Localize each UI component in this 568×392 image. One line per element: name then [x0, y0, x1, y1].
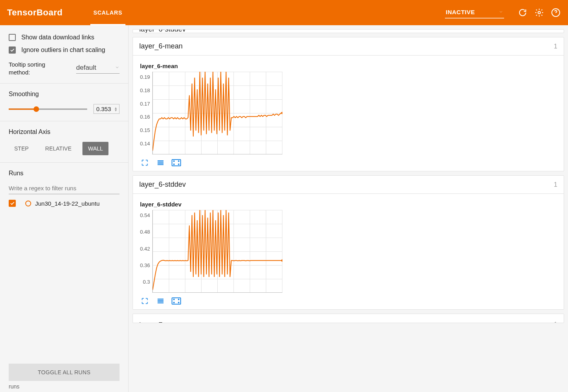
run-color-icon: [25, 201, 31, 206]
svg-point-7: [178, 164, 179, 165]
svg-rect-9: [172, 298, 181, 304]
axis-step-button[interactable]: STEP: [9, 142, 34, 155]
checkbox-checked-icon: [9, 46, 16, 54]
run-name: Jun30_14-19-22_ubuntu: [35, 200, 99, 207]
header-tabs: SCALARS: [90, 0, 125, 25]
smoothing-slider[interactable]: [9, 105, 87, 113]
chart-card-collapsed: layer_7-mean 1: [133, 314, 564, 323]
checkbox-label: Ignore outliers in chart scaling: [21, 46, 105, 54]
card-count: 1: [554, 181, 557, 188]
svg-point-13: [178, 302, 179, 303]
chart-plot[interactable]: [152, 72, 282, 154]
svg-point-11: [178, 299, 179, 300]
toggle-all-runs-button[interactable]: TOGGLE ALL RUNS: [9, 364, 120, 381]
chart-actions: [140, 297, 557, 305]
checkbox-checked-icon: [9, 200, 16, 207]
chart-subtitle: layer_6-mean: [140, 63, 557, 69]
smoothing-value: 0.353: [96, 106, 111, 112]
sidebar: Show data download links Ignore outliers…: [0, 25, 129, 392]
fit-domain-icon[interactable]: [172, 158, 181, 167]
card-prev-sliver: layer_6-stddev: [133, 29, 564, 33]
chevron-down-icon: [499, 9, 503, 15]
chart-card: layer_6-mean 1 layer_6-mean 0.190.180.17…: [133, 37, 564, 171]
tooltip-sort-select[interactable]: default: [76, 63, 120, 74]
main-content: layer_6-stddev layer_6-mean 1 layer_6-me…: [129, 25, 568, 392]
smoothing-input[interactable]: 0.353 ▴▾: [93, 104, 120, 114]
expand-icon[interactable]: [140, 297, 149, 305]
axis-toggle-group: STEP RELATIVE WALL: [9, 142, 120, 155]
chart-plot[interactable]: [152, 210, 282, 293]
log-scale-icon[interactable]: [156, 297, 165, 305]
chevron-down-icon: [115, 64, 120, 71]
checkbox-show-download[interactable]: Show data download links: [9, 34, 120, 41]
card-title: layer_6-stddev: [139, 180, 186, 189]
checkbox-icon: [9, 34, 16, 41]
axis-label: Horizontal Axis: [9, 128, 120, 136]
app-header: TensorBoard SCALARS INACTIVE: [0, 0, 568, 25]
svg-point-5: [178, 161, 179, 162]
checkbox-label: Show data download links: [21, 34, 94, 41]
svg-point-10: [174, 299, 174, 300]
smoothing-label: Smoothing: [9, 91, 120, 98]
card-count: 1: [554, 321, 557, 323]
chart-card: layer_6-stddev 1 layer_6-stddev 0.540.48…: [133, 175, 564, 310]
expand-icon[interactable]: [140, 158, 149, 167]
card-title-partial: layer_6-stddev: [139, 29, 186, 33]
card-title: layer_7-mean: [139, 321, 183, 323]
card-header[interactable]: layer_6-stddev 1: [133, 176, 564, 194]
svg-point-2: [281, 112, 282, 114]
svg-point-8: [281, 259, 282, 262]
gear-icon[interactable]: [534, 7, 544, 18]
chart-actions: [140, 158, 557, 167]
svg-point-12: [174, 302, 174, 303]
chart-subtitle: layer_6-stddev: [140, 201, 557, 208]
svg-rect-3: [172, 160, 181, 166]
axis-relative-button[interactable]: RELATIVE: [40, 142, 77, 155]
stepper-icon: ▴▾: [115, 107, 117, 111]
axis-wall-button[interactable]: WALL: [82, 142, 108, 155]
tooltip-sort-label: Tooltip sorting method:: [9, 61, 45, 76]
chart-yaxis: 0.190.180.170.160.150.14: [140, 72, 152, 154]
checkbox-ignore-outliers[interactable]: Ignore outliers in chart scaling: [9, 46, 120, 54]
help-icon[interactable]: [551, 7, 561, 18]
runs-label: Runs: [9, 170, 120, 177]
chart-yaxis: 0.540.480.420.360.3: [140, 210, 152, 293]
svg-point-4: [174, 161, 174, 162]
inactive-dropdown-label: INACTIVE: [446, 9, 475, 15]
card-title: layer_6-mean: [139, 42, 183, 50]
inactive-dropdown[interactable]: INACTIVE: [445, 7, 504, 19]
log-scale-icon[interactable]: [156, 158, 165, 167]
card-count: 1: [554, 43, 557, 50]
runs-footer-label: runs: [0, 383, 128, 392]
run-item[interactable]: Jun30_14-19-22_ubuntu: [9, 200, 120, 207]
tooltip-sort-value: default: [76, 64, 96, 72]
brand-logo: TensorBoard: [7, 7, 63, 18]
svg-point-6: [174, 164, 174, 165]
svg-point-0: [538, 11, 540, 14]
card-header[interactable]: layer_7-mean 1: [133, 314, 564, 323]
runs-filter-input[interactable]: [9, 183, 120, 194]
fit-domain-icon[interactable]: [172, 297, 181, 305]
refresh-icon[interactable]: [518, 7, 528, 18]
card-header[interactable]: layer_6-mean 1: [133, 37, 564, 56]
tab-scalars[interactable]: SCALARS: [90, 0, 125, 25]
